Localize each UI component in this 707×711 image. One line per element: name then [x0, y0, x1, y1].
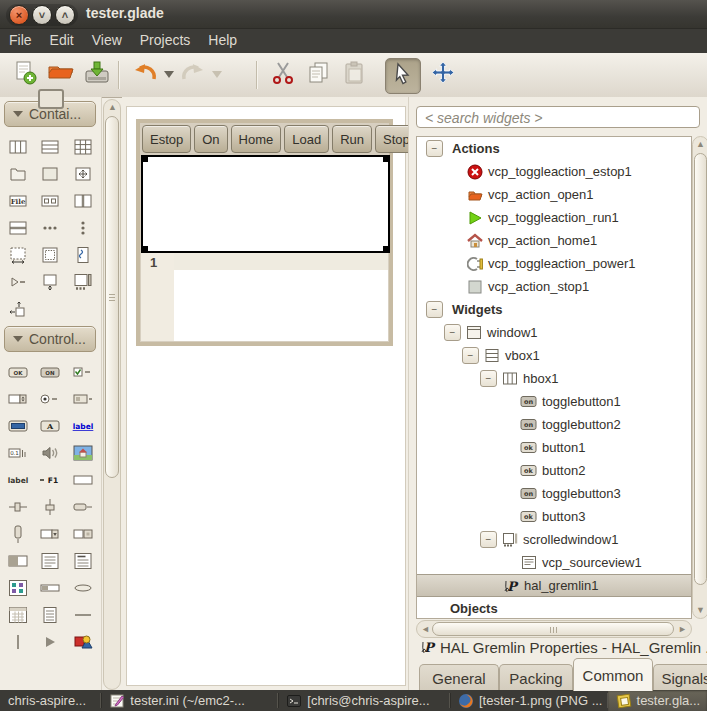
search-widgets-input[interactable]: < search widgets > [416, 106, 700, 128]
maximize-button[interactable]: ˄ [55, 5, 75, 25]
palette-scrollbar[interactable]: ▲ [103, 99, 121, 690]
image-icon[interactable] [70, 439, 96, 466]
selection-handle[interactable] [383, 246, 390, 253]
tab-signals[interactable]: Signals [653, 664, 707, 691]
tree-row-vcp_action_stop1[interactable]: vcp_action_stop1 [417, 275, 691, 298]
hbuttonbox-icon[interactable] [37, 187, 63, 214]
taskbar-item-3[interactable]: [chris@chris-aspire... [278, 690, 449, 711]
scroll-down-arrow-icon[interactable]: ▼ [696, 606, 705, 615]
hseparator-pill-icon[interactable] [70, 574, 96, 601]
tree-row-button2[interactable]: okbutton2 [417, 459, 691, 482]
viewport-icon[interactable] [5, 241, 31, 268]
design-button-home[interactable]: Home [231, 125, 282, 153]
scrolledwindow-icon[interactable] [70, 268, 96, 295]
tree-row-togglebutton1[interactable]: ontogglebutton1 [417, 390, 691, 413]
tree-row-objects[interactable]: Objects [417, 597, 691, 619]
notebook-icon[interactable] [5, 160, 31, 187]
tree-hscrollbar[interactable]: ◄ ► [416, 620, 692, 638]
tree-row-window1[interactable]: −window1 [417, 321, 691, 344]
tree-scrollbar[interactable]: ▲ ▼ [692, 136, 707, 619]
tree-row-actions[interactable]: −Actions [417, 137, 691, 160]
fixed-icon[interactable] [70, 160, 96, 187]
taskbar-item-1[interactable]: chris-aspire... [0, 690, 100, 711]
tree-row-button1[interactable]: okbutton1 [417, 436, 691, 459]
table-icon[interactable] [70, 133, 96, 160]
tree-row-togglebutton2[interactable]: ontogglebutton2 [417, 413, 691, 436]
selection-handle[interactable] [383, 155, 390, 162]
selection-handle[interactable] [141, 155, 148, 162]
design-button-run[interactable]: Run [332, 125, 372, 153]
volumebutton-icon[interactable] [37, 439, 63, 466]
minimize-button[interactable]: ˅ [32, 5, 52, 25]
scroll-left-arrow-icon[interactable]: ◄ [421, 625, 430, 634]
tree-expander-icon[interactable]: − [480, 531, 497, 548]
vpaned-icon[interactable] [5, 214, 31, 241]
spinbutton-icon[interactable] [5, 385, 31, 412]
taskbar-item-2[interactable]: tester.ini (~/emc2-... [101, 690, 277, 711]
frame-icon[interactable] [37, 160, 63, 187]
vcp-sourceview-widget[interactable]: 1 [141, 253, 388, 341]
menu-projects[interactable]: Projects [131, 29, 200, 52]
hscale-icon[interactable] [5, 493, 31, 520]
hline-icon[interactable] [70, 601, 96, 628]
aspectframe-icon[interactable] [37, 268, 63, 295]
vbox-icon[interactable] [37, 133, 63, 160]
tree-row-vcp_toggleaction_estop1[interactable]: vcp_toggleaction_estop1 [417, 160, 691, 183]
design-button-load[interactable]: Load [284, 125, 329, 153]
tab-packing[interactable]: Packing [499, 664, 573, 691]
textview2-icon[interactable] [70, 547, 96, 574]
tree-expander-icon[interactable]: − [444, 324, 461, 341]
tree-row-hal_gremlin1[interactable]: Phal_gremlin1 [417, 574, 691, 597]
filechooserbutton-icon[interactable]: File [5, 187, 31, 214]
menu-view[interactable]: View [83, 29, 131, 52]
tree-expander-icon[interactable]: − [480, 370, 497, 387]
tree-row-vbox1[interactable]: −vbox1 [417, 344, 691, 367]
tree-row-vcp_action_open1[interactable]: vcp_action_open1 [417, 183, 691, 206]
checkbutton-icon[interactable] [70, 358, 96, 385]
toolbar-icon[interactable] [37, 214, 63, 241]
redo-dropdown-arrow-icon[interactable] [212, 71, 222, 78]
tree-row-scrolledwindow1[interactable]: −scrolledwindow1 [417, 528, 691, 551]
designed-window1[interactable]: EstopOnHomeLoadRunStop 1 [136, 119, 393, 346]
palette-section-control[interactable]: Control... [4, 326, 96, 352]
taskbar-item-4[interactable]: [tester-1.png (PNG ... [450, 690, 607, 711]
undo-dropdown-arrow-icon[interactable] [164, 71, 174, 78]
textview-icon[interactable] [37, 547, 63, 574]
accellabel-icon[interactable]: F1 [37, 466, 63, 493]
paste-button[interactable] [338, 58, 372, 92]
undo-button[interactable] [128, 58, 162, 92]
design-button-estop[interactable]: Estop [142, 125, 191, 153]
statusbar-icon[interactable] [5, 547, 31, 574]
open-button[interactable] [44, 58, 78, 92]
tree-row-togglebutton3[interactable]: ontogglebutton3 [417, 482, 691, 505]
tree-expander-icon[interactable]: − [426, 301, 443, 318]
hscrollbar-icon[interactable] [70, 493, 96, 520]
calendar-icon[interactable] [5, 601, 31, 628]
close-button[interactable]: × [9, 5, 29, 25]
arrow-icon[interactable] [37, 628, 63, 655]
new-button[interactable] [8, 58, 42, 92]
scroll-up-arrow-icon[interactable]: ▲ [108, 103, 117, 112]
toplevel-window-icon[interactable] [38, 89, 64, 109]
fontbutton-icon[interactable]: A [37, 412, 63, 439]
menu-file[interactable]: File [0, 29, 41, 52]
hpaned-icon[interactable] [70, 187, 96, 214]
vscale-icon[interactable] [37, 493, 63, 520]
design-canvas[interactable]: EstopOnHomeLoadRunStop 1 [126, 106, 406, 686]
vscrollbar-icon[interactable] [5, 520, 31, 547]
tree-row-vcp_action_home1[interactable]: vcp_action_home1 [417, 229, 691, 252]
comboboxentry-icon[interactable] [37, 520, 63, 547]
cut-button[interactable] [266, 58, 300, 92]
selector-button[interactable] [385, 58, 421, 94]
menu-help[interactable]: Help [199, 29, 246, 52]
tree-row-vcp_toggleaction_power1[interactable]: vcp_toggleaction_power1 [417, 252, 691, 275]
combobox-icon[interactable] [70, 385, 96, 412]
redo-button[interactable] [176, 58, 210, 92]
togglebutton-icon[interactable]: ON [37, 358, 63, 385]
design-button-on[interactable]: On [194, 125, 227, 153]
tree-scrollbar-thumb[interactable] [694, 153, 707, 585]
vline-icon[interactable] [5, 628, 31, 655]
expander-icon[interactable] [5, 268, 31, 295]
tree-row-vcp_sourceview1[interactable]: vcp_sourceview1 [417, 551, 691, 574]
tree-expander-icon[interactable]: − [426, 140, 443, 157]
